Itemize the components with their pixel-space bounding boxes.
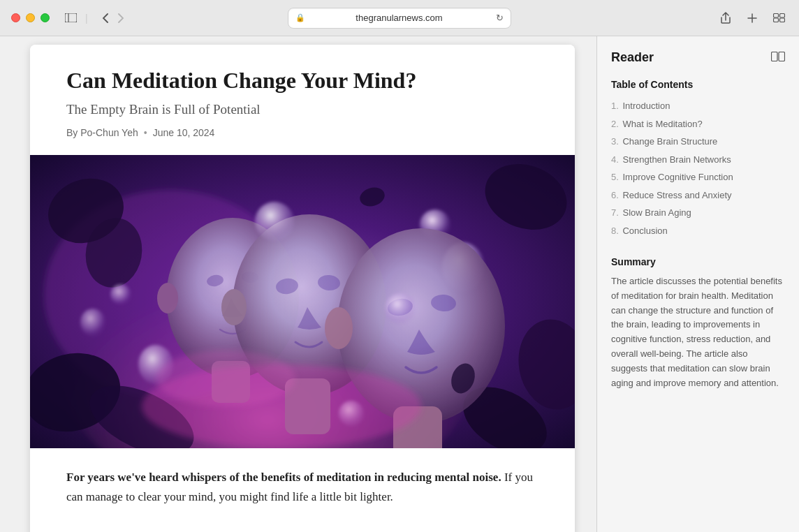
- lock-icon: 🔒: [295, 13, 305, 22]
- byline-separator: •: [144, 127, 147, 138]
- svg-point-24: [157, 283, 178, 313]
- toc-list: 1. Introduction2. What is Meditation?3. …: [611, 97, 785, 239]
- article-hero-image: [30, 155, 575, 448]
- toc-item[interactable]: 1. Introduction: [611, 97, 785, 115]
- toc-item[interactable]: 4. Strengthen Brain Networks: [611, 151, 785, 169]
- article-author: By Po-Chun Yeh: [66, 127, 138, 138]
- toc-item-label: Introduction: [622, 101, 670, 111]
- traffic-lights: [11, 13, 50, 22]
- svg-rect-3: [780, 14, 785, 18]
- svg-point-42: [156, 350, 295, 406]
- reader-sidebar: Reader Table of Contents 1. Introduction…: [596, 36, 799, 532]
- tab-overview-button[interactable]: [770, 10, 788, 25]
- article-title: Can Meditation Change Your Mind?: [66, 67, 538, 94]
- svg-point-19: [80, 309, 105, 337]
- sidebar-toggle-area: |: [61, 10, 129, 26]
- toc-item-label: What is Meditation?: [622, 119, 702, 129]
- summary-section: Summary The article discusses the potent…: [611, 256, 785, 390]
- close-button[interactable]: [11, 13, 20, 22]
- toc-item[interactable]: 7. Slow Brain Aging: [611, 204, 785, 222]
- svg-point-38: [110, 284, 131, 305]
- svg-rect-44: [779, 52, 785, 61]
- url-text: thegranularnews.com: [309, 13, 489, 23]
- reader-sidebar-header: Reader: [611, 50, 785, 65]
- toc-heading: Table of Contents: [611, 79, 785, 90]
- toc-item-label: Change Brain Structure: [622, 136, 717, 147]
- toc-item[interactable]: 5. Improve Cognitive Function: [611, 168, 785, 186]
- toc-item-label: Conclusion: [622, 226, 667, 236]
- toc-item-number: 3.: [611, 136, 621, 147]
- titlebar: | 🔒 thegranularnews.com ↻: [0, 0, 799, 36]
- article-card: Can Meditation Change Your Mind? The Emp…: [30, 45, 575, 532]
- toc-item-number: 6.: [611, 190, 621, 200]
- article-body: For years we've heard whispers of the be…: [30, 448, 575, 526]
- svg-rect-5: [780, 18, 785, 22]
- svg-point-36: [385, 293, 416, 324]
- minimize-button[interactable]: [26, 13, 35, 22]
- nav-buttons: [98, 10, 129, 26]
- svg-rect-2: [774, 14, 779, 18]
- article-container: Can Meditation Change Your Mind? The Emp…: [0, 36, 596, 532]
- toc-item[interactable]: 8. Conclusion: [611, 222, 785, 240]
- toc-item-label: Slow Brain Aging: [622, 207, 691, 218]
- toc-section: Table of Contents 1. Introduction2. What…: [611, 79, 785, 239]
- toc-item-number: 4.: [611, 154, 621, 165]
- article-subtitle: The Empty Brain is Full of Potential: [66, 102, 538, 117]
- article-first-paragraph: For years we've heard whispers of the be…: [66, 468, 538, 507]
- share-button[interactable]: [717, 9, 734, 27]
- toc-item-number: 5.: [611, 172, 621, 182]
- hero-svg: [30, 155, 575, 448]
- forward-button[interactable]: [114, 10, 129, 26]
- reload-button[interactable]: ↻: [496, 13, 504, 23]
- toc-item-number: 1.: [611, 101, 621, 111]
- back-button[interactable]: [98, 10, 112, 26]
- svg-point-35: [255, 202, 294, 241]
- svg-point-34: [325, 307, 353, 349]
- sidebar-toggle-button[interactable]: [61, 10, 81, 25]
- address-bar[interactable]: 🔒 thegranularnews.com ↻: [288, 8, 511, 29]
- toc-item-number: 8.: [611, 226, 621, 236]
- main-area: Can Meditation Change Your Mind? The Emp…: [0, 36, 799, 532]
- article-header: Can Meditation Change Your Mind? The Emp…: [30, 45, 575, 155]
- svg-rect-43: [772, 52, 778, 61]
- maximize-button[interactable]: [41, 13, 50, 22]
- toc-item[interactable]: 3. Change Brain Structure: [611, 133, 785, 151]
- article-date: June 10, 2024: [153, 127, 215, 138]
- svg-rect-0: [65, 13, 77, 22]
- toc-item-number: 2.: [611, 119, 621, 129]
- toc-item-label: Improve Cognitive Function: [622, 172, 733, 182]
- svg-rect-4: [774, 18, 779, 22]
- toc-item[interactable]: 6. Reduce Stress and Anxiety: [611, 186, 785, 205]
- toc-item[interactable]: 2. What is Meditation?: [611, 115, 785, 133]
- svg-point-29: [221, 289, 247, 325]
- toc-item-label: Reduce Stress and Anxiety: [622, 190, 731, 200]
- summary-text: The article discusses the potential bene…: [611, 274, 785, 390]
- reader-sidebar-title: Reader: [611, 50, 654, 65]
- titlebar-right-actions: [717, 9, 788, 27]
- new-tab-button[interactable]: [744, 10, 761, 27]
- article-byline: By Po-Chun Yeh • June 10, 2024: [66, 127, 538, 138]
- toc-item-label: Strengthen Brain Networks: [622, 154, 731, 165]
- reader-layout-button[interactable]: [771, 52, 785, 64]
- toc-item-number: 7.: [611, 207, 621, 218]
- summary-heading: Summary: [611, 256, 785, 267]
